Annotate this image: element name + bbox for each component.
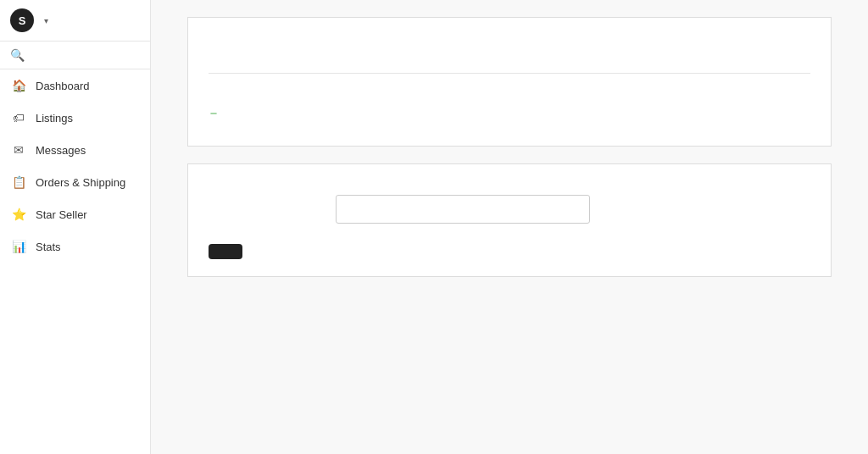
shop-logo: S (10, 8, 34, 32)
sidebar: S ▾ 🔍 🏠Dashboard🏷Listings✉Messages📋Order… (0, 0, 151, 454)
form-panel (187, 163, 832, 277)
search-icon: 🔍 (10, 48, 25, 62)
section1-text (209, 43, 810, 59)
nav-item-dashboard[interactable]: 🏠Dashboard (0, 69, 150, 102)
nav-icon-stats: 📊 (10, 238, 27, 255)
nav-label-listings: Listings (36, 112, 73, 125)
nav-icon-listings: 🏷 (10, 109, 27, 126)
name-change-icon (210, 113, 217, 114)
divider (209, 73, 810, 74)
nav-icon-star-seller: ⭐ (10, 206, 27, 223)
search-button[interactable]: 🔍 (0, 42, 150, 69)
sales-channels-heading (0, 263, 150, 276)
nav-label-stats: Stats (36, 241, 61, 253)
nav-label-star-seller: Star Seller (36, 208, 87, 221)
main-content (151, 0, 868, 454)
nav-label-orders: Orders & Shipping (36, 176, 125, 189)
save-button[interactable] (209, 244, 242, 259)
nav-label-messages: Messages (36, 144, 86, 157)
nav-item-orders[interactable]: 📋Orders & Shipping (0, 166, 150, 198)
nav-label-dashboard: Dashboard (36, 80, 90, 92)
header-chevron-icon: ▾ (44, 16, 48, 25)
nav-item-star-seller[interactable]: ⭐Star Seller (0, 198, 150, 230)
tabs-container (187, 17, 832, 147)
nav-item-listings[interactable]: 🏷Listings (0, 102, 150, 134)
nav-icon-dashboard: 🏠 (10, 77, 27, 94)
section2-text (209, 87, 810, 119)
new-shop-name-row (209, 195, 810, 224)
nav-icon-messages: ✉ (10, 141, 27, 158)
new-shop-name-input[interactable] (336, 195, 590, 224)
shop-manager-header[interactable]: S ▾ (0, 0, 150, 42)
nav-menu: 🏠Dashboard🏷Listings✉Messages📋Orders & Sh… (0, 69, 150, 263)
content-area (170, 0, 849, 294)
section2-body (209, 105, 219, 117)
nav-item-stats[interactable]: 📊Stats (0, 230, 150, 263)
info-panel (187, 18, 832, 147)
nav-item-messages[interactable]: ✉Messages (0, 134, 150, 166)
nav-icon-orders: 📋 (10, 174, 27, 191)
